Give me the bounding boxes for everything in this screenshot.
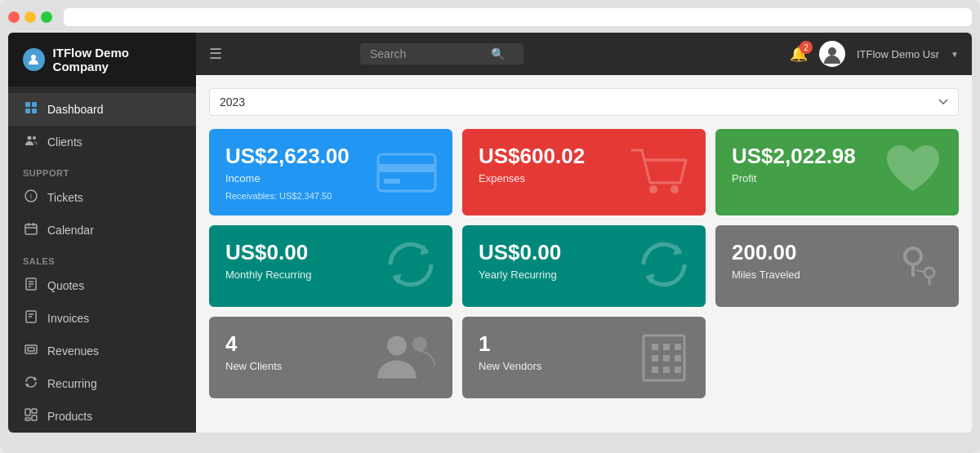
sidebar-item-label: Quotes <box>47 279 84 292</box>
username-label[interactable]: ITFlow Demo Usr <box>857 48 939 60</box>
hamburger-menu[interactable]: ☰ <box>209 45 222 63</box>
year-selector-wrap: 2023 2022 2021 2020 <box>209 88 959 116</box>
svg-point-0 <box>31 55 36 60</box>
dashboard-grid: US$2,623.00 Income Receivables: US$2,347… <box>209 129 959 398</box>
svg-point-32 <box>670 185 679 193</box>
yearly-recurring-value: US$0.00 <box>479 240 689 265</box>
sidebar-navigation: Dashboard Clients SUPPORT <box>8 87 196 433</box>
quotes-icon <box>23 278 39 294</box>
app-container: ITFlow Demo Company Dashboard <box>8 33 972 433</box>
revenues-icon <box>23 343 39 359</box>
new-vendors-label: New Vendors <box>479 360 689 372</box>
dashboard-icon <box>23 101 39 118</box>
sidebar-item-invoices[interactable]: Invoices <box>8 302 196 335</box>
sidebar-item-products[interactable]: Products <box>8 400 196 433</box>
sidebar-item-label: Products <box>47 410 92 423</box>
svg-rect-4 <box>32 109 37 113</box>
income-sub: Receivables: US$2,347.50 <box>225 191 436 201</box>
tickets-icon: ! <box>23 189 39 206</box>
miles-traveled-value: 200.00 <box>732 240 942 265</box>
sales-section-label: SALES <box>8 246 196 269</box>
sidebar-item-tickets[interactable]: ! Tickets <box>8 181 196 214</box>
sidebar-item-clients[interactable]: Clients <box>8 126 196 158</box>
income-card: US$2,623.00 Income Receivables: US$2,347… <box>209 129 452 215</box>
svg-rect-2 <box>32 102 37 107</box>
profit-value: US$2,022.98 <box>732 144 942 169</box>
browser-titlebar <box>8 8 972 26</box>
svg-text:!: ! <box>30 193 33 201</box>
minimize-button[interactable] <box>24 11 36 23</box>
notification-bell[interactable]: 🔔 2 <box>790 45 808 63</box>
svg-rect-1 <box>25 102 30 107</box>
close-button[interactable] <box>8 11 20 23</box>
user-avatar <box>819 41 845 67</box>
sidebar-brand: ITFlow Demo Company <box>8 33 196 87</box>
new-clients-label: New Clients <box>225 360 436 372</box>
year-selector[interactable]: 2023 2022 2021 2020 <box>209 88 959 116</box>
sidebar-item-label: Calendar <box>47 224 94 237</box>
svg-rect-22 <box>25 409 30 415</box>
sidebar-item-label: Invoices <box>47 312 89 325</box>
sidebar: ITFlow Demo Company Dashboard <box>8 33 196 433</box>
profit-card: US$2,022.98 Profit <box>715 129 959 215</box>
yearly-recurring-label: Yearly Recurring <box>479 269 689 281</box>
brand-name: ITFlow Demo Company <box>53 46 181 73</box>
sidebar-item-label: Dashboard <box>47 103 104 116</box>
topnav-right: 🔔 2 ITFlow Demo Usr ▼ <box>790 41 959 67</box>
invoices-icon <box>23 310 39 326</box>
main-area: ☰ 🔍 🔔 2 <box>196 33 972 433</box>
new-vendors-card: 1 New Vendors <box>462 317 706 398</box>
sidebar-item-label: Revenues <box>47 344 99 358</box>
expenses-label: Expenses <box>479 172 689 184</box>
sidebar-item-revenues[interactable]: Revenues <box>8 335 196 367</box>
svg-rect-24 <box>32 415 37 420</box>
svg-rect-25 <box>25 418 30 420</box>
svg-rect-9 <box>25 224 37 234</box>
profit-label: Profit <box>732 172 942 184</box>
browser-window: ITFlow Demo Company Dashboard <box>0 0 980 453</box>
svg-point-27 <box>828 47 836 56</box>
sidebar-item-label: Tickets <box>47 191 83 204</box>
new-clients-card: 4 New Clients <box>209 317 452 398</box>
search-icon: 🔍 <box>491 47 505 60</box>
address-bar[interactable] <box>64 8 972 26</box>
monthly-recurring-label: Monthly Recurring <box>225 269 436 281</box>
income-label: Income <box>225 172 436 184</box>
miles-traveled-card: 200.00 Miles Traveled <box>715 225 959 307</box>
income-value: US$2,623.00 <box>225 144 436 169</box>
expenses-card: US$600.02 Expenses <box>462 129 706 215</box>
recurring-icon <box>23 375 39 392</box>
yearly-recurring-card: US$0.00 Yearly Recurring <box>462 225 706 307</box>
svg-rect-21 <box>28 348 34 351</box>
sidebar-item-recurring[interactable]: Recurring <box>8 367 196 400</box>
svg-point-31 <box>649 185 657 193</box>
brand-icon <box>23 48 45 71</box>
monthly-recurring-card: US$0.00 Monthly Recurring <box>209 225 452 307</box>
sidebar-item-quotes[interactable]: Quotes <box>8 269 196 302</box>
svg-point-6 <box>33 136 36 140</box>
clients-icon <box>23 134 39 150</box>
svg-point-5 <box>28 136 32 140</box>
monthly-recurring-value: US$0.00 <box>225 240 436 265</box>
sidebar-item-calendar[interactable]: Calendar <box>8 214 196 246</box>
search-bar[interactable]: 🔍 <box>360 43 523 64</box>
svg-rect-20 <box>25 345 37 353</box>
sidebar-item-dashboard[interactable]: Dashboard <box>8 93 196 126</box>
maximize-button[interactable] <box>41 11 52 23</box>
support-section-label: SUPPORT <box>8 158 196 181</box>
calendar-icon <box>23 222 39 238</box>
svg-rect-3 <box>25 109 30 113</box>
new-clients-value: 4 <box>225 331 436 357</box>
sidebar-item-label: Recurring <box>47 377 97 390</box>
expenses-value: US$600.02 <box>479 144 689 169</box>
topnav: ☰ 🔍 🔔 2 <box>196 33 972 75</box>
user-dropdown-caret[interactable]: ▼ <box>951 50 959 59</box>
dashboard-content: 2023 2022 2021 2020 US$2,623.00 Income R… <box>196 75 972 433</box>
products-icon <box>23 408 39 424</box>
sidebar-item-label: Clients <box>47 135 82 149</box>
notification-badge: 2 <box>800 41 813 54</box>
miles-traveled-label: Miles Traveled <box>732 269 942 281</box>
new-vendors-value: 1 <box>479 331 689 357</box>
search-input[interactable] <box>370 47 484 60</box>
svg-rect-23 <box>32 409 37 413</box>
